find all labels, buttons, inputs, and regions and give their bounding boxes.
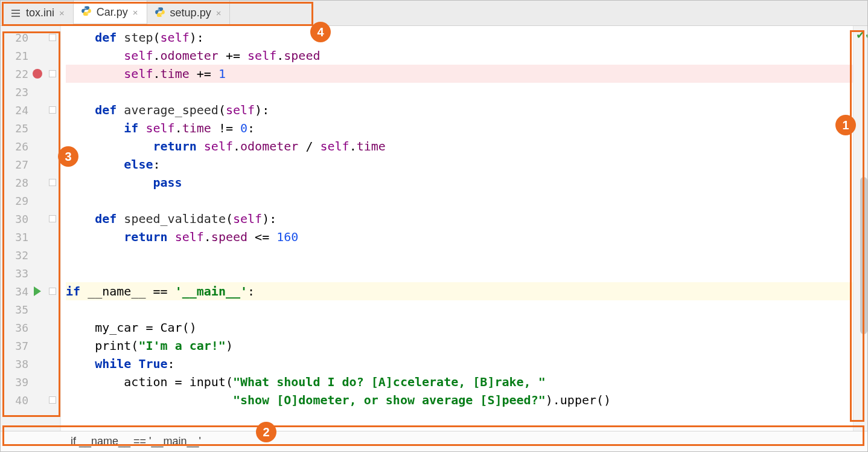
line-number: 32: [1, 249, 28, 262]
gutter-row[interactable]: 34: [1, 282, 60, 300]
callout-4: 4: [310, 22, 331, 42]
code-line[interactable]: pass: [66, 173, 853, 192]
svg-point-4: [88, 14, 88, 15]
fold-handle-icon[interactable]: [49, 179, 56, 186]
gutter-row[interactable]: 29: [1, 192, 60, 210]
close-icon[interactable]: ×: [133, 7, 138, 18]
code-editor[interactable]: def step(self): self.odometer += self.sp…: [61, 26, 853, 431]
line-number: 25: [1, 122, 28, 135]
gutter-row[interactable]: 32: [1, 246, 60, 264]
svg-point-5: [158, 8, 158, 8]
line-number: 21: [1, 50, 28, 62]
editor-gutter[interactable]: 2021222324252627282930313233343536373839…: [1, 26, 61, 431]
line-number: 33: [1, 267, 28, 280]
fold-handle-icon[interactable]: [49, 106, 56, 114]
line-number: 40: [1, 394, 28, 407]
gutter-row[interactable]: 28: [1, 173, 60, 192]
fold-handle-icon[interactable]: [49, 34, 56, 41]
line-number: 38: [1, 358, 28, 370]
code-line[interactable]: return self.speed <= 160: [66, 228, 853, 246]
fold-handle-icon[interactable]: [49, 70, 56, 77]
tab-tox-ini[interactable]: tox.ini×: [3, 1, 74, 25]
svg-rect-1: [11, 13, 20, 14]
code-line[interactable]: [66, 246, 853, 264]
breadcrumb-bar[interactable]: if __name__ == '__main__': [1, 431, 867, 451]
line-number: 37: [1, 340, 28, 352]
code-line[interactable]: self.odometer += self.speed: [66, 47, 853, 65]
breadcrumb-text: if __name__ == '__main__': [71, 435, 201, 448]
code-line[interactable]: self.time += 1: [66, 65, 853, 83]
code-line[interactable]: [66, 264, 853, 282]
gutter-row[interactable]: 22: [1, 65, 60, 83]
gutter-row[interactable]: 40: [1, 391, 60, 409]
code-line[interactable]: else:: [66, 155, 853, 173]
code-line[interactable]: [66, 83, 853, 101]
gutter-row[interactable]: 23: [1, 83, 60, 101]
callout-1: 1: [835, 115, 856, 135]
code-line[interactable]: "show [O]dometer, or show average [S]pee…: [66, 391, 853, 409]
gutter-row[interactable]: 27: [1, 155, 60, 173]
code-line[interactable]: my_car = Car(): [66, 318, 853, 337]
code-line[interactable]: print("I'm a car!"): [66, 337, 853, 355]
inspection-ok-icon: ✔✔: [856, 28, 867, 42]
ini-file-icon: [10, 8, 21, 19]
gutter-row[interactable]: 36: [1, 318, 60, 337]
line-number: 29: [1, 195, 28, 207]
gutter-row[interactable]: 26: [1, 137, 60, 155]
close-icon[interactable]: ×: [59, 8, 65, 18]
line-number: 34: [1, 285, 28, 298]
svg-point-6: [161, 15, 162, 15]
fold-handle-icon[interactable]: [49, 396, 56, 404]
tab-label: tox.ini: [26, 7, 54, 19]
line-number: 27: [1, 158, 28, 171]
callout-3: 3: [58, 146, 78, 167]
code-line[interactable]: while True:: [66, 355, 853, 373]
scrollbar-thumb[interactable]: [860, 177, 867, 334]
gutter-row[interactable]: 31: [1, 228, 60, 246]
line-number: 31: [1, 231, 28, 244]
callout-2: 2: [256, 422, 276, 442]
tab-Car-py[interactable]: Car.py×: [74, 1, 147, 25]
gutter-row[interactable]: 30: [1, 210, 60, 228]
validation-strip[interactable]: ✔✔: [853, 26, 867, 431]
code-line[interactable]: if __name__ == '__main__':: [66, 282, 853, 300]
fold-handle-icon[interactable]: [49, 288, 56, 295]
run-icon[interactable]: [34, 286, 41, 296]
breakpoint-icon[interactable]: [33, 69, 42, 79]
line-number: 35: [1, 303, 28, 316]
code-line[interactable]: def average_speed(self):: [66, 101, 853, 119]
line-number: 22: [1, 68, 28, 80]
tab-label: setup.py: [170, 7, 211, 19]
gutter-row[interactable]: 24: [1, 101, 60, 119]
code-line[interactable]: [66, 300, 853, 318]
code-line[interactable]: return self.odometer / self.time: [66, 137, 853, 155]
line-number: 36: [1, 321, 28, 334]
close-icon[interactable]: ×: [216, 8, 222, 18]
tab-setup-py[interactable]: setup.py×: [147, 1, 231, 25]
gutter-row[interactable]: 20: [1, 28, 60, 47]
line-number: 28: [1, 176, 28, 189]
tab-bar: tox.ini×Car.py×setup.py×: [1, 1, 867, 26]
fold-handle-icon[interactable]: [49, 215, 56, 222]
line-number: 20: [1, 31, 28, 44]
svg-rect-2: [11, 16, 20, 17]
line-number: 24: [1, 104, 28, 117]
gutter-row[interactable]: 33: [1, 264, 60, 282]
gutter-row[interactable]: 21: [1, 47, 60, 65]
code-line[interactable]: def step(self):: [66, 28, 853, 47]
gutter-row[interactable]: 25: [1, 119, 60, 137]
line-number: 30: [1, 213, 28, 225]
line-number: 23: [1, 86, 28, 98]
code-line[interactable]: def speed_validate(self):: [66, 210, 853, 228]
gutter-row[interactable]: 39: [1, 373, 60, 391]
gutter-row[interactable]: 37: [1, 337, 60, 355]
python-file-icon: [155, 7, 165, 20]
gutter-row[interactable]: 38: [1, 355, 60, 373]
code-line[interactable]: [66, 192, 853, 210]
line-number: 39: [1, 376, 28, 389]
gutter-row[interactable]: 35: [1, 300, 60, 318]
svg-point-3: [84, 7, 85, 8]
code-line[interactable]: if self.time != 0:: [66, 119, 853, 137]
code-line[interactable]: action = input("What should I do? [A]cce…: [66, 373, 853, 391]
svg-rect-0: [11, 10, 20, 11]
